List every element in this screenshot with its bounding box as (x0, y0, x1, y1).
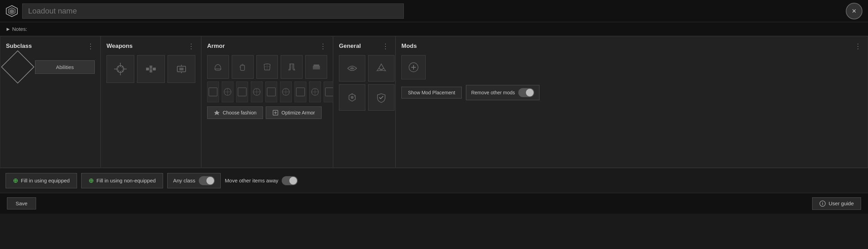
svg-rect-28 (209, 88, 217, 96)
class-item-slot[interactable] (305, 55, 327, 79)
move-items-row: Move other items away (225, 176, 298, 185)
fill-non-equipped-plus-icon: ⊕ (88, 177, 94, 184)
svg-text:i: i (822, 201, 823, 206)
weapons-menu-icon[interactable]: ⋮ (188, 42, 195, 50)
optimize-icon (272, 110, 279, 116)
fill-equipped-button[interactable]: ⊕ Fill in using equipped (6, 173, 77, 188)
chest-slot[interactable] (256, 55, 278, 79)
gauntlets-icon (237, 61, 248, 72)
svg-rect-32 (238, 88, 246, 96)
kinetic-weapon-slot[interactable] (107, 55, 134, 83)
svg-rect-40 (296, 88, 305, 96)
ghost-slot[interactable] (339, 84, 365, 111)
class-item-icon (311, 61, 322, 72)
fill-non-equipped-button[interactable]: ⊕ Fill in using non-equipped (81, 173, 163, 188)
general-header: General ⋮ (339, 42, 390, 50)
mods-controls: Show Mod Placement Remove other mods (401, 85, 862, 100)
abilities-button[interactable]: Abilities (35, 60, 95, 74)
subclass-diamond-icon[interactable] (1, 50, 34, 84)
armor-title: Armor (207, 43, 225, 50)
ghost-icon (345, 91, 359, 104)
general-section: General ⋮ (333, 36, 395, 168)
svg-point-52 (351, 96, 353, 98)
user-guide-icon: i (819, 200, 826, 207)
sparrow-icon (345, 61, 359, 75)
footer-bar: Save i User guide (0, 193, 868, 214)
armor-subslot-7[interactable] (295, 81, 306, 102)
emblem-slot[interactable] (368, 84, 394, 111)
show-mod-placement-button[interactable]: Show Mod Placement (401, 87, 462, 98)
armor-header: Armor ⋮ (207, 42, 327, 50)
notes-bar[interactable]: ► Notes: (0, 22, 868, 36)
close-button[interactable]: × (846, 3, 862, 19)
sparrow-slot[interactable] (339, 55, 365, 81)
armor-subslot-2[interactable] (222, 81, 233, 102)
any-class-label: Any class (173, 178, 195, 183)
svg-rect-15 (179, 68, 184, 70)
subclass-menu-icon[interactable]: ⋮ (87, 42, 95, 50)
remove-mods-toggle[interactable] (518, 88, 534, 97)
loadout-name-input[interactable] (22, 3, 404, 19)
header: × (0, 0, 868, 22)
move-items-toggle[interactable] (282, 176, 298, 185)
legs-slot[interactable] (281, 55, 303, 79)
kinetic-weapon-icon (113, 61, 128, 77)
save-button[interactable]: Save (7, 197, 36, 209)
any-class-knob (206, 177, 214, 184)
remove-mods-label: Remove other mods (471, 90, 515, 95)
svg-rect-51 (380, 70, 382, 71)
armor-subslot-6[interactable] (280, 81, 292, 102)
ship-icon (374, 61, 388, 75)
armor-subslot-5[interactable] (265, 81, 277, 102)
armor-subslot-8[interactable] (309, 81, 321, 102)
armor-subslot-3[interactable] (236, 81, 248, 102)
remove-mods-knob (526, 89, 534, 96)
armor-bottom-row (207, 81, 327, 102)
add-mod-icon (407, 61, 420, 74)
subslot-1-icon (207, 86, 219, 97)
weapons-header: Weapons ⋮ (107, 42, 195, 50)
power-weapon-icon (174, 61, 189, 77)
helmet-slot[interactable] (207, 55, 229, 79)
armor-menu-icon[interactable]: ⋮ (320, 42, 327, 50)
gauntlets-slot[interactable] (232, 55, 254, 79)
power-weapon-slot[interactable] (168, 55, 195, 83)
add-mod-slot[interactable] (401, 55, 426, 79)
general-menu-icon[interactable]: ⋮ (382, 42, 390, 50)
remove-mods-row: Remove other mods (466, 85, 539, 100)
mods-title: Mods (401, 43, 417, 50)
subslot-7-icon (295, 86, 306, 97)
move-items-label: Move other items away (225, 178, 278, 183)
mods-menu-icon[interactable]: ⋮ (854, 42, 862, 50)
mods-header: Mods ⋮ (401, 42, 862, 50)
armor-subslot-1[interactable] (207, 81, 219, 102)
fashion-icon (214, 110, 220, 116)
user-guide-label: User guide (828, 200, 854, 206)
choose-fashion-button[interactable]: Choose fashion (207, 106, 263, 119)
general-title: General (339, 43, 361, 50)
any-class-toggle[interactable] (199, 176, 215, 185)
ship-slot[interactable] (368, 55, 394, 81)
emblem-icon (374, 91, 388, 104)
armor-subslot-4[interactable] (251, 81, 263, 102)
armor-top-row (207, 55, 327, 79)
subslot-4-icon (251, 86, 262, 97)
armor-section: Armor ⋮ (201, 36, 333, 168)
armor-actions: Choose fashion Optimize Armor (207, 106, 327, 119)
fill-equipped-plus-icon: ⊕ (13, 177, 18, 184)
subslot-8-icon (309, 86, 321, 97)
move-items-knob (289, 177, 297, 184)
energy-weapon-slot[interactable] (137, 55, 165, 83)
bottom-bar: ⊕ Fill in using equipped ⊕ Fill in using… (0, 168, 868, 193)
optimize-armor-button[interactable]: Optimize Armor (266, 106, 321, 119)
class-filter-row: Any class (167, 173, 221, 188)
subslot-5-icon (266, 86, 277, 97)
weapons-title: Weapons (107, 43, 133, 50)
subclass-header: Subclass ⋮ (6, 42, 95, 50)
sections-row: Subclass ⋮ Abilities Weapons ⋮ (0, 36, 868, 168)
fill-equipped-label: Fill in using equipped (21, 178, 70, 183)
subslot-2-icon (222, 86, 233, 97)
user-guide-button[interactable]: i User guide (812, 197, 861, 210)
notes-label: ► Notes: (6, 26, 27, 32)
svg-rect-44 (325, 88, 334, 96)
